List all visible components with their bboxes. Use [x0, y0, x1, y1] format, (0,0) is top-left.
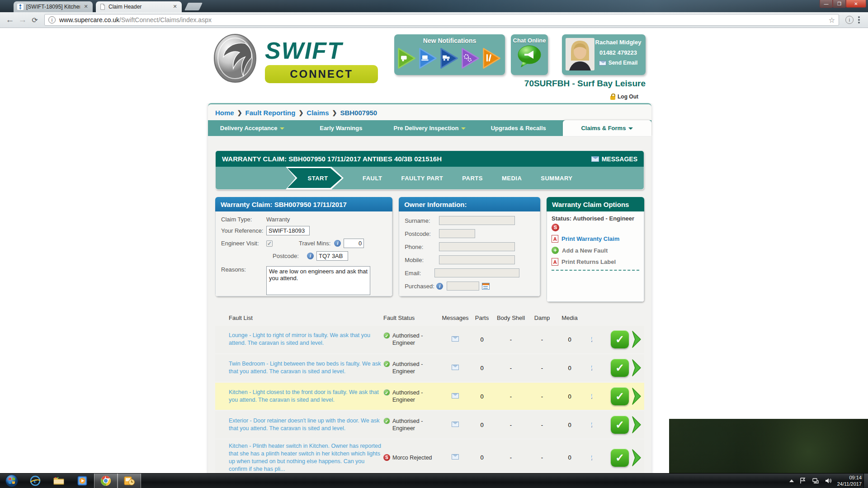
info-icon[interactable]: i: [334, 240, 341, 247]
address-bar[interactable]: i www.supercare.co.uk /SwiftConnect/Clai…: [44, 14, 839, 26]
step-faulty-part[interactable]: FAULTY PART: [401, 175, 443, 182]
info-icon[interactable]: i: [591, 337, 593, 342]
extension-icon[interactable]: i: [845, 16, 854, 24]
travel-mins-input[interactable]: [344, 239, 364, 248]
breadcrumb-claims[interactable]: Claims: [307, 109, 329, 117]
messages-button[interactable]: MESSAGES: [591, 155, 637, 163]
forward-icon[interactable]: →: [16, 15, 29, 25]
info-icon[interactable]: i: [436, 283, 443, 290]
approve-fault-button[interactable]: ✓: [611, 449, 629, 467]
page-info-icon[interactable]: i: [48, 16, 56, 23]
logout-label: Log Out: [618, 94, 638, 100]
fault-description-link[interactable]: Kitchen - Light closest to the front doo…: [229, 389, 379, 403]
start-button[interactable]: [0, 474, 24, 488]
open-fault-arrow-icon[interactable]: [631, 358, 643, 378]
step-media[interactable]: MEDIA: [502, 175, 522, 182]
info-icon[interactable]: i: [591, 366, 593, 371]
print-warranty-claim-link[interactable]: Print Warranty Claim: [552, 235, 639, 243]
add-new-fault-link[interactable]: +Add a New Fault: [552, 247, 639, 254]
new-tab-button[interactable]: [184, 3, 203, 10]
owner-email-input[interactable]: [434, 268, 519, 277]
tab-upgrades-recalls[interactable]: Upgrades & Recalls: [474, 120, 563, 136]
calendar-icon[interactable]: [482, 283, 490, 290]
browser-tab-2[interactable]: Claim Header ✕: [96, 1, 182, 12]
owner-postcode-input[interactable]: [439, 229, 475, 238]
open-fault-arrow-icon[interactable]: [631, 329, 643, 349]
back-icon[interactable]: ←: [4, 15, 16, 25]
laptop-notification-icon[interactable]: [418, 47, 439, 70]
info-icon[interactable]: i: [307, 253, 314, 259]
step-start[interactable]: START: [286, 167, 344, 189]
step-summary[interactable]: SUMMARY: [541, 175, 572, 182]
reasons-textarea[interactable]: We are low on engineers and ask that you…: [266, 266, 370, 295]
fault-description-link[interactable]: Twin Bedroom - Light between the two bed…: [229, 361, 381, 375]
open-fault-arrow-icon[interactable]: [631, 448, 643, 468]
approve-fault-button[interactable]: ✓: [611, 387, 629, 405]
info-icon[interactable]: i: [591, 422, 593, 427]
approve-fault-button[interactable]: ✓: [611, 359, 629, 377]
tab-close-icon[interactable]: ✕: [172, 4, 178, 10]
info-icon[interactable]: i: [591, 455, 593, 460]
caravan-notification-icon[interactable]: [397, 47, 417, 70]
reload-icon[interactable]: ⟳: [29, 16, 41, 24]
surname-input[interactable]: [439, 216, 515, 225]
approve-fault-button[interactable]: ✓: [611, 330, 629, 348]
tab-early-warnings[interactable]: Early Warnings: [297, 120, 385, 136]
parts-count: 0: [469, 422, 495, 428]
tab-close-icon[interactable]: ✕: [83, 4, 89, 10]
media-count: 0: [557, 365, 582, 371]
internet-explorer-icon[interactable]: e: [24, 474, 47, 488]
purchased-input[interactable]: [447, 282, 479, 291]
maximize-button[interactable]: ❐: [833, 0, 846, 8]
mobile-input[interactable]: [439, 255, 515, 264]
tab-claims-forms[interactable]: Claims & Forms: [563, 120, 651, 136]
fault-status-text: Authorised - Engineer: [392, 418, 441, 432]
send-email-link[interactable]: Send Email: [594, 60, 642, 66]
messages-envelope-icon[interactable]: [452, 454, 459, 460]
reference-input[interactable]: [266, 226, 310, 235]
breadcrumb-fault-reporting[interactable]: Fault Reporting: [245, 109, 296, 117]
chat-online-card[interactable]: Chat Online: [511, 34, 548, 75]
fault-description-link[interactable]: Kitchen - Plinth heater switch in Kitche…: [229, 443, 381, 472]
step-fault[interactable]: FAULT: [363, 175, 382, 182]
messages-envelope-icon[interactable]: [452, 336, 459, 342]
messages-envelope-icon[interactable]: [452, 393, 459, 399]
outlook-taskbar-icon[interactable]: [118, 474, 141, 488]
bookmark-star-icon[interactable]: ☆: [829, 16, 835, 24]
gears-notification-icon[interactable]: [461, 47, 481, 70]
browser-tab-1[interactable]: [SWIFT-18095] Kitchen - ✕: [14, 1, 93, 12]
tray-expand-icon[interactable]: [789, 479, 794, 482]
taskbar-clock[interactable]: 09:14 24/11/2017: [837, 474, 862, 488]
phone-input[interactable]: [439, 242, 515, 251]
breadcrumb-home[interactable]: Home: [215, 109, 234, 117]
messages-envelope-icon[interactable]: [452, 365, 459, 370]
show-desktop-button[interactable]: [863, 474, 868, 488]
approve-fault-button[interactable]: ✓: [611, 416, 629, 434]
minimize-button[interactable]: —: [820, 0, 833, 8]
content-column: Home❯ Fault Reporting❯ Claims❯ SBH007950…: [208, 103, 651, 473]
truck-notification-icon[interactable]: [439, 47, 460, 70]
close-button[interactable]: ✕: [846, 0, 866, 8]
engineer-visit-checkbox[interactable]: ✓: [266, 240, 273, 247]
tab-delivery-acceptance[interactable]: Delivery Acceptance: [208, 120, 297, 136]
info-icon[interactable]: i: [591, 394, 593, 399]
chrome-taskbar-icon[interactable]: [94, 474, 118, 488]
tools-notification-icon[interactable]: [482, 47, 502, 70]
logout-link[interactable]: Log Out: [610, 94, 638, 100]
messages-envelope-icon[interactable]: [452, 422, 459, 427]
step-parts[interactable]: PARTS: [462, 175, 483, 182]
postcode-input[interactable]: [316, 251, 348, 261]
tab-pre-delivery-inspection[interactable]: Pre Delivery Inspection: [385, 120, 474, 136]
network-icon[interactable]: [812, 477, 819, 484]
open-fault-arrow-icon[interactable]: [631, 386, 643, 406]
file-explorer-icon[interactable]: [47, 474, 71, 488]
fault-description-link[interactable]: Lounge - Light to right of mirror is fau…: [229, 332, 370, 346]
media-player-icon[interactable]: [71, 474, 94, 488]
volume-icon[interactable]: [825, 477, 832, 484]
open-fault-arrow-icon[interactable]: [631, 415, 643, 435]
browser-menu-icon[interactable]: [858, 19, 860, 21]
parts-count: 0: [469, 393, 495, 400]
print-returns-label-link[interactable]: Print Returns Label: [552, 258, 639, 266]
action-center-flag-icon[interactable]: [799, 477, 807, 484]
fault-description-link[interactable]: Exterior - Door retainer doesn't line up…: [229, 418, 380, 432]
